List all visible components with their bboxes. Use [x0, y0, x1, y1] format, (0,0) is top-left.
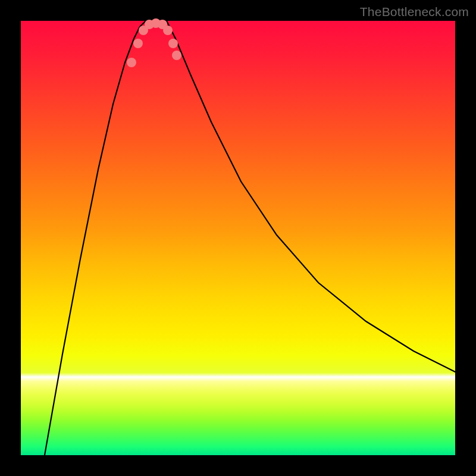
valley-marker-dot [168, 39, 178, 48]
valley-marker-dot [133, 39, 143, 48]
curve-right-branch [167, 21, 455, 372]
plot-area [21, 21, 455, 455]
valley-marker-dot [163, 26, 173, 35]
valley-markers [127, 18, 181, 67]
chart-frame: TheBottleneck.com [0, 0, 476, 476]
watermark-text: TheBottleneck.com [360, 5, 469, 19]
curve-layer [21, 21, 455, 455]
valley-marker-dot [127, 58, 136, 67]
curve-left-branch [45, 21, 146, 455]
valley-marker-dot [172, 51, 181, 60]
